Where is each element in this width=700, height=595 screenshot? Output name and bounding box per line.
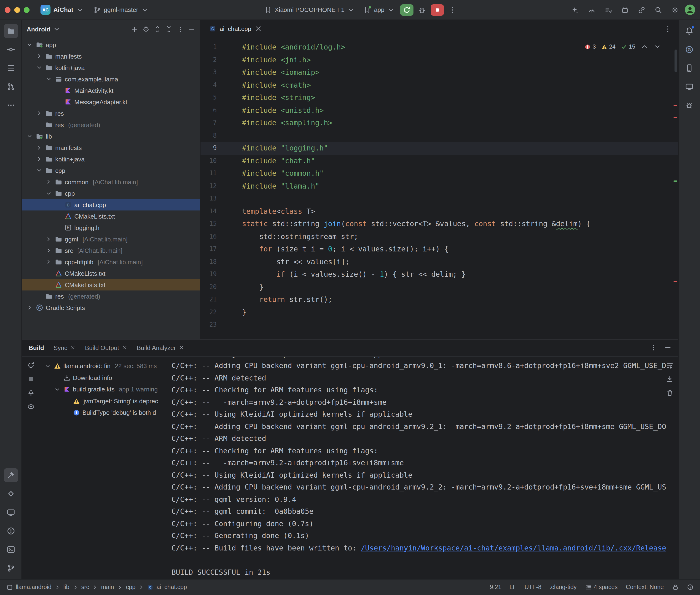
close-tab-icon[interactable]: [122, 345, 127, 350]
tree-item-mainactivity-kt[interactable]: MainActivity.kt: [22, 85, 200, 96]
version-control-tool-button[interactable]: [4, 561, 18, 575]
code-line-14[interactable]: 14template<class T>: [200, 205, 678, 218]
build-tab-build-output[interactable]: Build Output: [85, 344, 127, 351]
warning-count[interactable]: 24: [601, 43, 616, 50]
code-line-21[interactable]: 21 return str.str();: [200, 293, 678, 306]
tree-item-ggml[interactable]: ggml[AiChat.lib.main]: [22, 233, 200, 245]
project-tool-button[interactable]: [4, 24, 18, 38]
change-stripe-mark[interactable]: [673, 180, 677, 182]
build-options-icon[interactable]: [649, 344, 657, 351]
tree-item-lib[interactable]: lib: [22, 131, 200, 142]
notifications-tool-button[interactable]: [682, 24, 696, 38]
app-quality-insights-tool-button[interactable]: [682, 98, 696, 112]
expand-all-icon[interactable]: [154, 26, 161, 33]
device-manager-tool-button[interactable]: [682, 61, 696, 75]
project-view-selector[interactable]: Android: [27, 26, 51, 33]
hide-build-panel-icon[interactable]: [664, 344, 671, 351]
chevron-right-icon[interactable]: [35, 110, 43, 117]
error-stripe-mark[interactable]: [673, 105, 677, 106]
tree-item-res[interactable]: res(generated): [22, 290, 200, 302]
rerun-build-icon[interactable]: [27, 361, 35, 369]
build-tool-button[interactable]: [4, 468, 18, 482]
file-encoding-widget[interactable]: UTF-8: [525, 584, 541, 591]
chevron-right-icon[interactable]: [45, 259, 52, 265]
editor-options-icon[interactable]: [664, 25, 671, 33]
code-line-18[interactable]: 18 str << values[i];: [200, 255, 678, 268]
code-line-4[interactable]: 4#include <cmath>: [200, 79, 678, 91]
code-line-22[interactable]: 22}: [200, 306, 678, 318]
tree-item-messageadapter-kt[interactable]: MessageAdapter.kt: [22, 96, 200, 108]
chevron-right-icon[interactable]: [35, 53, 43, 59]
soft-wrap-icon[interactable]: [666, 361, 673, 369]
stop-build-icon[interactable]: [27, 375, 35, 382]
user-avatar[interactable]: [684, 4, 695, 15]
chevron-down-icon[interactable]: [26, 41, 33, 48]
tree-item-manifests[interactable]: manifests: [22, 142, 200, 153]
code-line-16[interactable]: 16 std::ostringstream str;: [200, 230, 678, 243]
code-line-23[interactable]: 23: [200, 318, 678, 331]
code-line-9[interactable]: 9#include "logging.h": [200, 142, 678, 154]
tree-item-cpp[interactable]: cpp: [22, 188, 200, 199]
minimize-window-button[interactable]: [14, 7, 20, 12]
tree-item-gradle-scripts[interactable]: GGradle Scripts: [22, 302, 200, 313]
clear-all-icon[interactable]: [666, 389, 673, 396]
build-console[interactable]: C/C++: -- Using KleidiAI optimized kerne…: [170, 357, 678, 579]
more-run-options-button[interactable]: [446, 4, 459, 16]
tree-item-cpp-httplib[interactable]: cpp-httplib[AiChat.lib.main]: [22, 256, 200, 267]
code-line-3[interactable]: 3#include <iomanip>: [200, 66, 678, 79]
next-problem-icon[interactable]: [653, 43, 661, 51]
inspect-icon[interactable]: [27, 403, 35, 410]
rerun-app-button[interactable]: [400, 4, 414, 16]
more-options-icon[interactable]: [177, 26, 184, 33]
pin-tab-icon[interactable]: [27, 389, 35, 396]
code-line-20[interactable]: 20 }: [200, 281, 678, 293]
previous-problem-icon[interactable]: [640, 43, 648, 51]
close-tab-icon[interactable]: [255, 25, 262, 32]
breadcrumb-item[interactable]: main: [101, 584, 114, 591]
code-line-5[interactable]: 5#include <string>: [200, 91, 678, 104]
tree-item-com-example-llama[interactable]: com.example.llama: [22, 73, 200, 85]
chevron-right-icon[interactable]: [26, 304, 33, 311]
code-line-2[interactable]: 2#include <jni.h>: [200, 54, 678, 66]
tree-item-buildtype-debug-is-both-d[interactable]: BuildType 'debug' is both d: [40, 407, 170, 419]
close-tab-icon[interactable]: [179, 345, 184, 350]
chevron-down-icon[interactable]: [45, 190, 52, 197]
settings-button[interactable]: [668, 4, 681, 16]
code-line-13[interactable]: 13: [200, 192, 678, 205]
problems-tool-button[interactable]: [4, 523, 18, 538]
inspections-widget[interactable]: 3 24 15: [583, 42, 663, 51]
tree-item-res[interactable]: res: [22, 108, 200, 119]
debug-button[interactable]: [415, 4, 429, 16]
tree-item-src[interactable]: src[AiChat.lib.main]: [22, 245, 200, 256]
file-path-link[interactable]: /Users/hanyin/Workspace/ai-chat/examples…: [361, 544, 666, 552]
chevron-right-icon[interactable]: [45, 178, 52, 185]
code-line-12[interactable]: 12#include "llama.h": [200, 180, 678, 192]
pull-requests-tool-button[interactable]: [4, 80, 18, 94]
clang-tidy-widget[interactable]: .clang-tidy: [550, 584, 577, 591]
code-line-6[interactable]: 6#include <unistd.h>: [200, 104, 678, 117]
dependencies-tool-button[interactable]: [4, 486, 18, 501]
running-devices-tool-button[interactable]: [4, 505, 18, 519]
locate-file-icon[interactable]: [142, 26, 149, 33]
cursor-position-widget[interactable]: 9:21: [490, 584, 501, 591]
tree-item-common[interactable]: common[AiChat.lib.main]: [22, 176, 200, 188]
error-count[interactable]: 3: [585, 43, 596, 50]
tree-item-logging-h[interactable]: Hlogging.h: [22, 222, 200, 233]
terminal-tool-button[interactable]: [4, 542, 18, 557]
ai-assistant-button[interactable]: [568, 4, 581, 16]
tree-item--jvmtarget-string-is-deprec[interactable]: 'jvmTarget: String' is deprec: [40, 395, 170, 407]
tree-item-cmakelists-txt[interactable]: CMakeLists.txt: [22, 279, 200, 290]
inspections-button[interactable]: [601, 4, 615, 16]
breadcrumb-item[interactable]: src: [81, 584, 89, 591]
profiler-button[interactable]: [585, 4, 598, 16]
tree-item-cmakelists-txt[interactable]: CMakeLists.txt: [22, 267, 200, 279]
run-configuration-selector[interactable]: app: [360, 4, 398, 16]
stop-button[interactable]: [430, 4, 444, 16]
chevron-right-icon[interactable]: [45, 236, 52, 243]
commit-tool-button[interactable]: [4, 42, 18, 57]
tree-item-cmakelists-txt[interactable]: CMakeLists.txt: [22, 210, 200, 222]
tree-item-build-gradle-kts[interactable]: build.gradle.ktsapp 1 warning: [40, 384, 170, 395]
sync-button[interactable]: [635, 4, 648, 16]
gradle-tool-button[interactable]: G: [682, 42, 696, 57]
vcs-branch-widget[interactable]: ggml-master: [90, 4, 152, 16]
